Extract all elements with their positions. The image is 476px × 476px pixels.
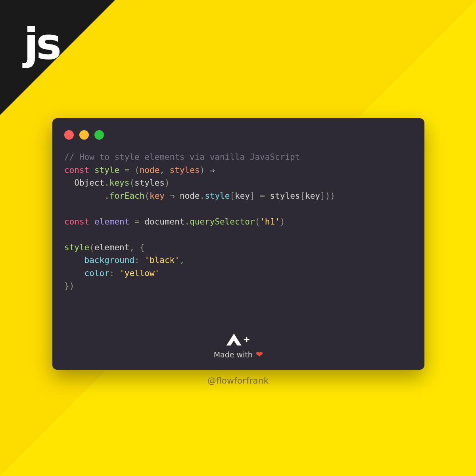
property: style [205, 191, 230, 201]
identifier: styles [270, 191, 300, 201]
punct: , [129, 243, 134, 252]
aplus-logo: + [214, 334, 263, 345]
property: color [84, 269, 109, 278]
punct: : [134, 255, 140, 265]
function-call: style [64, 243, 89, 252]
code-comment: // How to style elements via vanilla Jav… [64, 152, 300, 162]
method: forEach [109, 191, 145, 201]
punct: ) [165, 178, 170, 188]
punct: ( [144, 191, 150, 201]
string: 'yellow' [119, 269, 159, 278]
maximize-icon[interactable] [94, 130, 104, 140]
punct: . [200, 191, 205, 201]
punct: = [134, 217, 140, 226]
punct: ) [325, 191, 330, 201]
window-controls [64, 130, 413, 140]
made-with-label: Made with [214, 350, 253, 359]
punct: , [159, 165, 165, 175]
punct: ] [250, 191, 255, 201]
string: 'black' [144, 255, 180, 265]
punct: [ [230, 191, 235, 201]
param: node [140, 165, 160, 175]
punct: { [140, 243, 145, 252]
punct: ) [280, 217, 285, 226]
punct: ) [330, 191, 335, 201]
punct: : [109, 269, 115, 278]
identifier: key [235, 191, 250, 201]
string: 'h1' [260, 217, 280, 226]
social-handle: @flowforfrank [207, 376, 269, 386]
identifier: document [144, 217, 184, 226]
identifier: Object [74, 178, 104, 188]
punct: ] [320, 191, 325, 201]
keyword: const [64, 217, 89, 226]
punct: ) [200, 165, 205, 175]
identifier: styles [134, 178, 165, 188]
punct: . [185, 217, 190, 226]
property: background [84, 255, 134, 265]
punct: ( [134, 165, 140, 175]
punct: ( [129, 178, 134, 188]
arrow: ⇒ [170, 191, 175, 201]
identifier: key [305, 191, 320, 201]
punct: , [180, 255, 185, 265]
a-icon [226, 334, 242, 345]
punct: . [104, 191, 109, 201]
arrow: ⇒ [210, 165, 215, 175]
param: styles [170, 165, 200, 175]
function-name: style [94, 165, 119, 175]
punct: [ [300, 191, 305, 201]
credit-block: + Made with ❤ [214, 334, 263, 359]
punct: . [104, 178, 109, 188]
js-badge: js [24, 19, 59, 69]
variable: element [94, 217, 130, 226]
punct: ( [89, 243, 94, 252]
identifier: node [180, 191, 200, 201]
plus-icon: + [243, 335, 250, 344]
code-block: // How to style elements via vanilla Jav… [64, 151, 413, 293]
punct: }) [64, 281, 74, 291]
punct: = [260, 191, 265, 201]
identifier: element [94, 243, 130, 252]
code-editor-window: // How to style elements via vanilla Jav… [52, 118, 424, 370]
method: querySelector [190, 217, 255, 226]
heart-icon: ❤ [256, 349, 263, 359]
punct: ( [255, 217, 260, 226]
param: key [150, 191, 165, 201]
made-with-text: Made with ❤ [214, 349, 263, 359]
keyword: const [64, 165, 89, 175]
method: keys [109, 178, 130, 188]
punct: = [125, 165, 130, 175]
close-icon[interactable] [64, 130, 74, 140]
minimize-icon[interactable] [79, 130, 89, 140]
